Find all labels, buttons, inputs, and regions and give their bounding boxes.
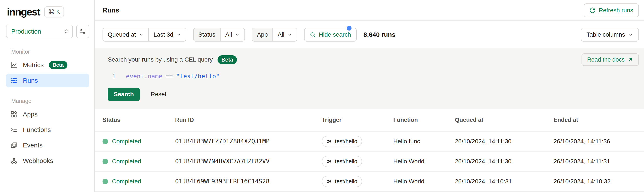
status-dot-completed-icon	[102, 159, 108, 164]
table-header-row: Status Run ID Trigger Function Queued at…	[95, 109, 644, 132]
command-k-shortcut[interactable]: ⌘ K	[44, 6, 64, 18]
ended-at-cell: 26/10/2024, 14:11:36	[554, 138, 644, 145]
column-header-status: Status	[102, 117, 175, 123]
column-header-trigger: Trigger	[322, 117, 393, 123]
chevron-down-icon	[176, 32, 181, 37]
runs-list-icon	[10, 77, 18, 84]
table-row[interactable]: Completed 01JB4F83W7FZ7D1Z884XZQJ1MP tes…	[95, 132, 644, 152]
status-dot-completed-icon	[102, 138, 108, 144]
runs-table: Status Run ID Trigger Function Queued at…	[95, 109, 644, 192]
runs-count: 8,640 runs	[364, 31, 396, 38]
column-header-run-id: Run ID	[175, 117, 322, 123]
time-range-dropdown[interactable]: Last 3d	[148, 28, 186, 41]
status-label: Completed	[112, 178, 141, 185]
line-chart-icon	[10, 61, 18, 69]
status-filter-control: Status All	[193, 28, 245, 42]
app-filter-dropdown[interactable]: All	[272, 28, 297, 41]
trigger-badge: test/hello	[322, 156, 362, 167]
run-id-cell: 01JB4F83W7N4HVXC7A7HZE82VV	[175, 158, 322, 165]
cel-query-text: event . name == "test/hello"	[126, 73, 220, 80]
run-id-cell: 01JB4F83W7FZ7D1Z884XZQJ1MP	[175, 138, 322, 145]
page-title: Runs	[102, 6, 119, 14]
chevron-down-icon	[139, 32, 144, 37]
status-filter-dropdown[interactable]: All	[220, 28, 244, 41]
code-token-operator: ==	[166, 73, 173, 80]
column-header-function: Function	[393, 117, 455, 123]
reset-button[interactable]: Reset	[149, 90, 168, 98]
table-columns-label: Table columns	[586, 31, 625, 38]
environment-select[interactable]: Production	[6, 25, 73, 38]
app-filter-label: App	[252, 28, 272, 41]
sidebar-item-label: Metrics	[23, 61, 44, 69]
search-icon	[310, 32, 316, 38]
table-row[interactable]: Completed 01JB4F69WE9393EERE16C14S28 tes…	[95, 172, 644, 192]
cel-search-panel: Search your runs by using a CEL query Be…	[95, 48, 644, 109]
sidebar-item-events[interactable]: Events	[6, 138, 89, 152]
run-id-cell: 01JB4F69WE9393EERE16C14S28	[175, 178, 322, 185]
chevrons-up-down-icon	[63, 29, 69, 34]
app-filter-control: App All	[252, 28, 297, 42]
app-filter-value: All	[278, 31, 284, 38]
trigger-badge: test/hello	[322, 136, 362, 147]
status-label: Completed	[112, 138, 141, 145]
sidebar-item-apps[interactable]: Apps	[6, 108, 89, 121]
ended-at-cell: 26/10/2024, 14:11:31	[554, 158, 644, 165]
main-content: Runs Refresh runs Queued at Last 3d	[95, 0, 644, 192]
filter-bar: Queued at Last 3d Status All	[95, 21, 644, 48]
trigger-name: test/hello	[335, 178, 357, 185]
time-filter-control: Queued at Last 3d	[102, 28, 186, 42]
refresh-runs-label: Refresh runs	[599, 7, 633, 14]
code-token-name: name	[148, 73, 162, 80]
cel-query-editor[interactable]: 1 event . name == "test/hello"	[108, 72, 639, 80]
sidebar-item-metrics[interactable]: Metrics Beta	[6, 58, 89, 72]
functions-list-icon	[10, 126, 18, 134]
event-pulse-icon	[326, 159, 332, 164]
chevron-down-icon	[628, 32, 633, 37]
time-field-label: Queued at	[108, 31, 136, 38]
hide-search-button[interactable]: Hide search	[304, 28, 356, 42]
new-feature-dot	[347, 26, 352, 30]
trigger-badge: test/hello	[322, 176, 362, 187]
sidebar-item-label: Webhooks	[23, 157, 53, 164]
sidebar-item-label: Functions	[23, 126, 51, 134]
chevron-down-icon	[287, 32, 292, 37]
status-filter-label: Status	[194, 28, 220, 41]
time-field-dropdown[interactable]: Queued at	[103, 28, 148, 41]
webhooks-icon	[10, 157, 18, 164]
environment-name: Production	[11, 28, 41, 35]
column-header-ended-at: Ended at	[554, 117, 644, 123]
search-actions: Search Reset	[108, 88, 639, 101]
sidebar-item-label: Events	[23, 142, 43, 149]
search-button[interactable]: Search	[108, 88, 140, 101]
search-panel-title: Search your runs by using a CEL query	[108, 56, 213, 63]
environment-settings-button[interactable]	[76, 25, 89, 38]
trigger-name: test/hello	[335, 138, 357, 145]
sidebar-item-webhooks[interactable]: Webhooks	[6, 154, 89, 168]
function-cell: Hello World	[393, 158, 455, 165]
events-stack-icon	[10, 142, 18, 149]
chevron-down-icon	[235, 32, 240, 37]
queued-at-cell: 26/10/2024, 14:11:30	[455, 158, 554, 165]
status-label: Completed	[112, 158, 141, 165]
status-cell: Completed	[102, 178, 175, 185]
status-cell: Completed	[102, 138, 175, 145]
function-cell: Hello World	[393, 178, 455, 185]
event-pulse-icon	[326, 138, 332, 144]
apps-grid-icon	[10, 111, 18, 118]
refresh-runs-button[interactable]: Refresh runs	[584, 4, 639, 17]
trigger-cell: test/hello	[322, 176, 393, 187]
table-columns-button[interactable]: Table columns	[581, 28, 639, 42]
table-row[interactable]: Completed 01JB4F83W7N4HVXC7A7HZE82VV tes…	[95, 152, 644, 172]
hide-search-label: Hide search	[319, 31, 351, 38]
column-header-queued-at: Queued at	[455, 117, 554, 123]
command-icon: ⌘	[48, 8, 54, 16]
queued-at-cell: 26/10/2024, 14:10:31	[455, 178, 554, 185]
sidebar-item-label: Runs	[23, 77, 38, 84]
sidebar-item-runs[interactable]: Runs	[6, 74, 89, 88]
sidebar-item-functions[interactable]: Functions	[6, 123, 89, 137]
read-the-docs-button[interactable]: Read the docs	[582, 54, 639, 66]
queued-at-cell: 26/10/2024, 14:11:30	[455, 138, 554, 145]
trigger-name: test/hello	[335, 158, 357, 165]
search-panel-header: Search your runs by using a CEL query Be…	[108, 54, 639, 66]
refresh-icon	[589, 7, 596, 14]
